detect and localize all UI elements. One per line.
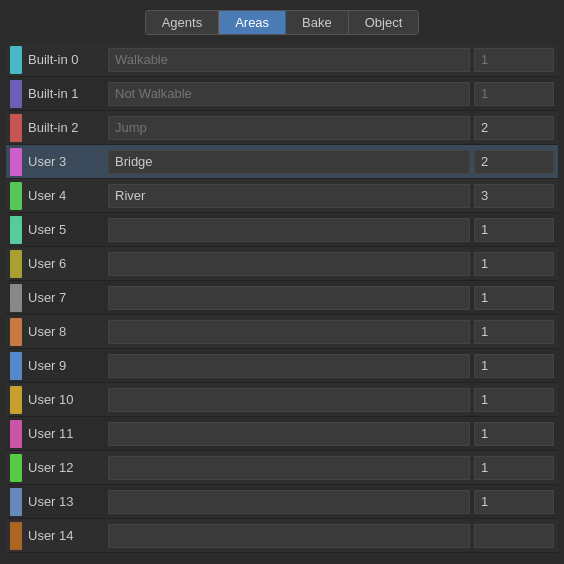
- row-label: User 7: [28, 290, 108, 305]
- top-bar: AgentsAreasBakeObject: [0, 0, 564, 43]
- color-swatch: [10, 182, 22, 210]
- table-row: User 9: [6, 349, 558, 383]
- color-swatch: [10, 318, 22, 346]
- table-row: User 14: [6, 519, 558, 553]
- area-name-input[interactable]: [108, 218, 470, 242]
- area-value-input[interactable]: [474, 456, 554, 480]
- area-value-input[interactable]: [474, 82, 554, 106]
- area-value-input[interactable]: [474, 354, 554, 378]
- tab-bake[interactable]: Bake: [286, 11, 349, 34]
- row-label: User 8: [28, 324, 108, 339]
- table-row: User 8: [6, 315, 558, 349]
- area-name-input[interactable]: [108, 48, 470, 72]
- row-label: Built-in 0: [28, 52, 108, 67]
- row-label: User 13: [28, 494, 108, 509]
- color-swatch: [10, 284, 22, 312]
- area-value-input[interactable]: [474, 286, 554, 310]
- row-label: User 10: [28, 392, 108, 407]
- area-value-input[interactable]: [474, 524, 554, 548]
- area-name-input[interactable]: [108, 252, 470, 276]
- table-row: User 5: [6, 213, 558, 247]
- area-value-input[interactable]: [474, 48, 554, 72]
- table-row: User 10: [6, 383, 558, 417]
- tab-object[interactable]: Object: [349, 11, 419, 34]
- tab-group: AgentsAreasBakeObject: [145, 10, 420, 35]
- tab-agents[interactable]: Agents: [146, 11, 219, 34]
- table-row: User 11: [6, 417, 558, 451]
- area-value-input[interactable]: [474, 320, 554, 344]
- row-label: User 4: [28, 188, 108, 203]
- area-name-input[interactable]: [108, 524, 470, 548]
- color-swatch: [10, 420, 22, 448]
- color-swatch: [10, 488, 22, 516]
- area-value-input[interactable]: [474, 116, 554, 140]
- color-swatch: [10, 216, 22, 244]
- table-row: User 6: [6, 247, 558, 281]
- area-name-input[interactable]: [108, 422, 470, 446]
- table-row: User 7: [6, 281, 558, 315]
- row-label: Built-in 1: [28, 86, 108, 101]
- table-row: User 12: [6, 451, 558, 485]
- color-swatch: [10, 454, 22, 482]
- table-row: User 3: [6, 145, 558, 179]
- color-swatch: [10, 386, 22, 414]
- area-value-input[interactable]: [474, 422, 554, 446]
- area-value-input[interactable]: [474, 150, 554, 174]
- color-swatch: [10, 148, 22, 176]
- area-name-input[interactable]: [108, 82, 470, 106]
- area-name-input[interactable]: [108, 354, 470, 378]
- area-value-input[interactable]: [474, 184, 554, 208]
- area-name-input[interactable]: [108, 116, 470, 140]
- area-value-input[interactable]: [474, 388, 554, 412]
- area-name-input[interactable]: [108, 388, 470, 412]
- area-value-input[interactable]: [474, 252, 554, 276]
- color-swatch: [10, 522, 22, 550]
- color-swatch: [10, 80, 22, 108]
- area-name-input[interactable]: [108, 150, 470, 174]
- row-label: User 6: [28, 256, 108, 271]
- color-swatch: [10, 114, 22, 142]
- table-row: Built-in 2: [6, 111, 558, 145]
- row-label: User 12: [28, 460, 108, 475]
- area-value-input[interactable]: [474, 490, 554, 514]
- areas-table: Built-in 0Built-in 1Built-in 2User 3User…: [0, 43, 564, 553]
- table-row: Built-in 0: [6, 43, 558, 77]
- color-swatch: [10, 250, 22, 278]
- area-name-input[interactable]: [108, 456, 470, 480]
- area-name-input[interactable]: [108, 184, 470, 208]
- row-label: User 9: [28, 358, 108, 373]
- area-name-input[interactable]: [108, 320, 470, 344]
- row-label: User 11: [28, 426, 108, 441]
- table-row: Built-in 1: [6, 77, 558, 111]
- row-label: User 14: [28, 528, 108, 543]
- table-row: User 4: [6, 179, 558, 213]
- area-name-input[interactable]: [108, 490, 470, 514]
- table-row: User 13: [6, 485, 558, 519]
- area-name-input[interactable]: [108, 286, 470, 310]
- color-swatch: [10, 352, 22, 380]
- color-swatch: [10, 46, 22, 74]
- row-label: User 3: [28, 154, 108, 169]
- area-value-input[interactable]: [474, 218, 554, 242]
- row-label: User 5: [28, 222, 108, 237]
- row-label: Built-in 2: [28, 120, 108, 135]
- tab-areas[interactable]: Areas: [219, 11, 286, 34]
